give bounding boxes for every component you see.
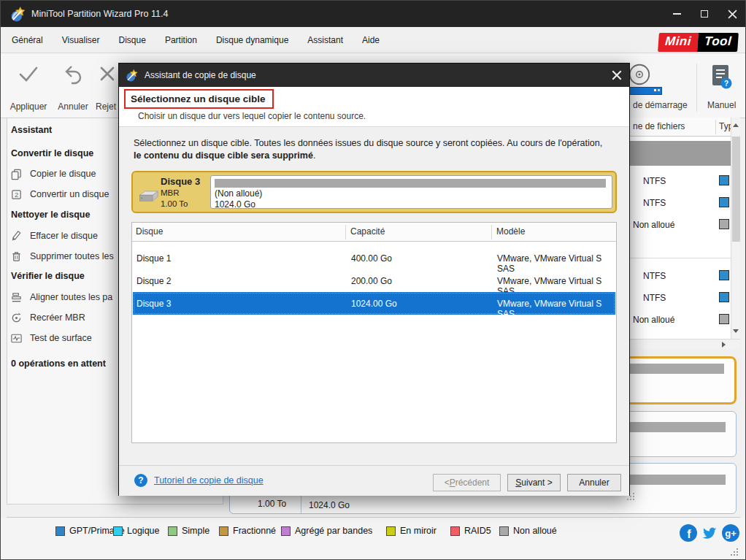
partition-type-swatch <box>719 219 729 229</box>
list-item[interactable]: Non alloué <box>633 220 674 230</box>
menu-visualiser[interactable]: Visualiser <box>53 28 109 52</box>
next-button[interactable]: Suivant > <box>507 474 561 491</box>
wizard-dialog-icon <box>126 69 139 82</box>
list-item[interactable]: NTFS <box>643 271 666 281</box>
bootable-media-button[interactable] <box>627 62 652 90</box>
facebook-icon[interactable]: f <box>679 523 698 542</box>
close-icon[interactable] <box>726 8 738 20</box>
sidebar-item-rebuild-mbr[interactable]: Recréer MBR <box>30 312 85 323</box>
previous-button[interactable]: < Précédent <box>433 474 501 491</box>
sidebar-item-surface-test[interactable]: Test de surface <box>30 333 92 343</box>
horizontal-scrollbar[interactable] <box>630 339 740 349</box>
sidebar-heading-clean-disk: Nettoyer le disque <box>11 210 90 220</box>
minitool-logo: MiniTool <box>658 33 738 52</box>
target-disk-table: Disque Capacité Modèle Disque 1 400.00 G… <box>131 222 617 443</box>
list-item[interactable]: Non alloué <box>633 315 674 325</box>
menu-partition[interactable]: Partition <box>155 28 207 52</box>
preview-partition-bar <box>215 179 606 188</box>
manual-doc-icon: ? <box>710 64 732 90</box>
apply-button[interactable]: Appliquer <box>5 62 52 113</box>
legend-spanned: Fractionné <box>219 526 276 536</box>
target-disk-preview: Disque 3 MBR 1.00 To (Non alloué) 1024.0… <box>131 171 617 213</box>
minimize-icon[interactable] <box>671 8 682 20</box>
sidebar-item-copy-disk[interactable]: Copier le disque <box>30 169 96 179</box>
sidebar-item-wipe-disk[interactable]: Effacer le disque <box>30 231 98 241</box>
partition-type-swatch <box>719 292 729 302</box>
menu-disque-dynamique[interactable]: Disque dynamique <box>207 28 298 52</box>
rebuild-mbr-icon <box>10 312 23 324</box>
partition-size-label: 1024.0 Go <box>309 500 350 510</box>
cancel-button[interactable]: Annuler <box>567 474 621 491</box>
dialog-footer: ? Tutoriel de copie de disque < Précéden… <box>119 465 629 496</box>
partition-list-header: ne de fichiers Typ <box>630 118 731 137</box>
window-titlebar[interactable]: MiniTool Partition Wizard Pro 11.4 <box>1 1 745 27</box>
app-window: MiniTool Partition Wizard Pro 11.4 Génér… <box>0 0 746 560</box>
menu-assistant[interactable]: Assistant <box>298 28 353 52</box>
delete-partitions-icon <box>10 250 23 263</box>
preview-disk-size: 1.00 To <box>161 199 209 210</box>
table-row[interactable]: Disque 2 200.00 Go VMware, VMware Virtua… <box>133 269 615 292</box>
partition-type-swatch <box>719 197 729 207</box>
wipe-disk-icon <box>10 229 23 242</box>
list-item[interactable]: NTFS <box>643 176 666 186</box>
svg-text:g+: g+ <box>725 528 737 539</box>
legend-unallocated: Non alloué <box>499 526 557 536</box>
help-icon: ? <box>134 474 147 487</box>
list-item[interactable]: NTFS <box>643 198 666 208</box>
app-logo-icon <box>10 6 26 22</box>
disk-copy-wizard-dialog: Assistant de copie de disque Sélectionne… <box>118 63 630 496</box>
scroll-right-icon <box>722 342 726 348</box>
list-item[interactable]: NTFS <box>643 293 666 303</box>
dialog-header: Sélectionnez un disque cible Choisir un … <box>119 87 629 127</box>
manual-label: Manuel <box>707 100 736 110</box>
menu-aide[interactable]: Aide <box>353 28 389 52</box>
disk-size-label: 1.00 To <box>258 499 286 509</box>
undo-button[interactable]: Annuler <box>53 62 93 113</box>
partition-type-swatch <box>719 270 729 280</box>
manual-button[interactable]: ? <box>710 64 732 93</box>
legend-striped: Agrégé par bandes <box>281 526 372 536</box>
dialog-body: Sélectionnez un disque cible. Toutes les… <box>119 127 629 465</box>
legend-simple: Simple <box>168 526 209 536</box>
selected-disk-group-row[interactable] <box>630 141 731 166</box>
legend-bar: GPT/Primaire Logique Simple Fractionné A… <box>1 518 746 560</box>
scroll-down-icon <box>733 329 739 333</box>
column-filesystem: ne de fichiers <box>633 121 685 131</box>
table-row-selected[interactable]: Disque 3 1024.00 Go VMware, VMware Virtu… <box>133 292 615 315</box>
scrollbar-thumb[interactable] <box>732 137 740 242</box>
tutorial-link[interactable]: Tutoriel de copie de disque <box>154 475 264 486</box>
legend-logical: Logique <box>113 526 160 536</box>
legend-raid5: RAID5 <box>450 526 491 536</box>
boot-disc-icon <box>627 62 652 87</box>
vertical-scrollbar[interactable] <box>731 118 740 339</box>
boot-progress-bar <box>627 87 662 95</box>
pending-operations-label: 0 opérations en attent <box>11 358 106 369</box>
dialog-titlebar[interactable]: Assistant de copie de disque <box>119 64 629 87</box>
svg-text:2: 2 <box>15 191 18 199</box>
dialog-title: Assistant de copie de disque <box>145 70 256 80</box>
check-icon <box>16 62 41 85</box>
preview-disk-name: Disque 3 <box>161 176 209 188</box>
dialog-close-icon[interactable] <box>611 69 623 81</box>
menu-disque[interactable]: Disque <box>109 28 155 52</box>
bootable-media-label: de démarrage <box>633 100 688 110</box>
googleplus-icon[interactable]: g+ <box>721 523 740 542</box>
table-header: Disque Capacité Modèle <box>132 223 616 242</box>
dialog-description: Sélectionnez un disque cible. Toutes les… <box>134 137 618 162</box>
sidebar-item-convert-disk[interactable]: Convertir un disque <box>30 189 109 199</box>
sidebar-heading-convert-disk: Convertir le disque <box>11 148 93 158</box>
sidebar-item-align-partitions[interactable]: Aligner toutes les pa <box>30 292 112 302</box>
sidebar-heading-check-disk: Vérifier le disque <box>11 271 85 281</box>
preview-partition-area: (Non alloué) 1024.0 Go <box>210 175 612 209</box>
partition-type-swatch <box>719 314 729 324</box>
copy-disk-icon <box>10 168 23 180</box>
maximize-icon[interactable] <box>699 8 710 20</box>
sidebar-item-delete-all-partitions[interactable]: Supprimer toutes les <box>30 251 114 261</box>
scroll-up-icon <box>733 123 739 127</box>
annotation-highlight: Sélectionnez un disque cible <box>124 89 274 109</box>
table-row[interactable]: Disque 1 400.00 Go VMware, VMware Virtua… <box>133 247 615 269</box>
preview-disk-type: MBR <box>161 188 209 199</box>
undo-icon <box>61 62 85 85</box>
menu-general[interactable]: Général <box>2 28 53 52</box>
twitter-icon[interactable] <box>700 525 719 542</box>
